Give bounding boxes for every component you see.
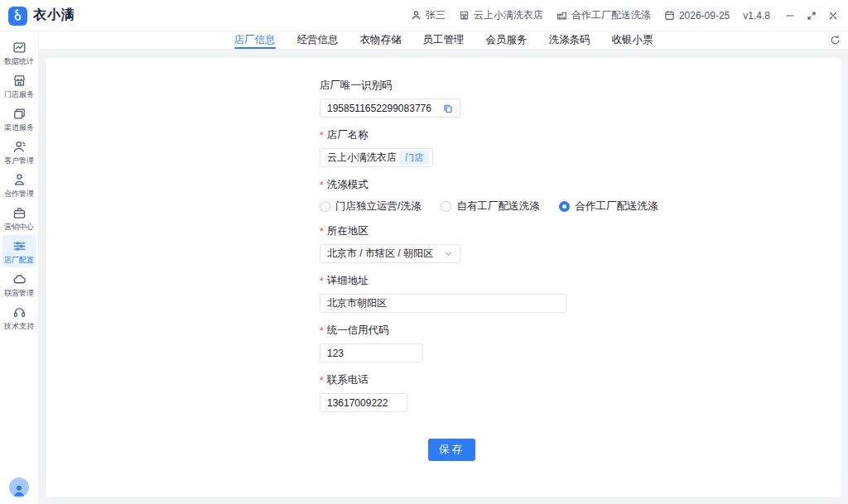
briefcase-icon	[12, 206, 26, 220]
top-bar: 衣小满 张三 云上小满洗衣店 合作工厂配送洗涤 2026-09-25 v1.4.…	[0, 0, 848, 31]
sidebar-item-joint-management[interactable]: 联营管理	[2, 268, 36, 300]
form-item-unique-id: 店厂唯一识别码 1958511652299083776	[320, 79, 841, 118]
current-user[interactable]: 张三	[411, 8, 446, 22]
headset-icon	[12, 305, 26, 319]
store-name-input[interactable]: 云上小满洗衣店 门店	[320, 148, 433, 167]
close-button[interactable]	[828, 11, 838, 21]
tab-clothes-storage[interactable]: 衣物存储	[360, 31, 402, 49]
copy-icon	[443, 103, 453, 113]
refresh-icon	[830, 35, 841, 46]
form-item-region: * 所在地区 北京市 / 市辖区 / 朝阳区	[320, 224, 841, 263]
copy-button[interactable]	[443, 103, 453, 113]
form-item-store-name: * 店厂名称 云上小满洗衣店 门店	[320, 128, 841, 167]
app-title: 衣小满	[33, 7, 75, 24]
chart-icon	[12, 41, 26, 55]
current-date[interactable]: 2026-09-25	[664, 10, 730, 22]
credit-code-input[interactable]: 123	[320, 343, 423, 362]
sidebar-item-label: 店厂配置	[4, 256, 34, 264]
radio-independent-wash[interactable]: 门店独立运营/洗涤	[320, 199, 421, 214]
sidebar-item-customer-management[interactable]: 客户管理	[2, 136, 36, 168]
sidebar-item-channel-services[interactable]: 渠道服务	[2, 103, 36, 135]
avatar-person-icon	[12, 482, 26, 497]
minimize-button[interactable]	[785, 11, 795, 21]
required-asterisk: *	[320, 180, 324, 191]
version-text: v1.4.8	[743, 10, 770, 22]
cloud-icon	[12, 272, 26, 286]
tab-receipt[interactable]: 收银小票	[612, 31, 653, 49]
sidebar-item-label: 技术支持	[4, 322, 34, 330]
unique-id-input[interactable]: 1958511652299083776	[320, 98, 460, 118]
field-label: * 联系电话	[320, 373, 841, 387]
storefront-icon	[459, 10, 470, 21]
sidebar-item-label: 营销中心	[4, 223, 34, 231]
address-value: 北京市朝阳区	[327, 296, 559, 310]
current-store[interactable]: 云上小满洗衣店	[459, 8, 543, 22]
store-info-form-card: 店厂唯一识别码 1958511652299083776 * 店厂名称	[46, 58, 841, 497]
sidebar-item-store-config[interactable]: 店厂配置	[2, 235, 36, 267]
unique-id-value: 1958511652299083776	[327, 103, 443, 114]
app-logo: 衣小满	[8, 5, 75, 26]
region-select[interactable]: 北京市 / 市辖区 / 朝阳区	[320, 244, 460, 263]
required-asterisk: *	[320, 325, 324, 337]
required-asterisk: *	[320, 130, 324, 142]
sidebar-item-label: 门店服务	[4, 90, 34, 98]
sidebar-item-tech-support[interactable]: 技术支持	[2, 301, 36, 334]
current-wash-mode[interactable]: 合作工厂配送洗涤	[556, 8, 651, 22]
tab-member-services[interactable]: 会员服务	[486, 31, 528, 49]
wash-mode-text: 合作工厂配送洗涤	[571, 8, 651, 22]
form-item-phone: * 联系电话 13617009222	[320, 373, 841, 412]
phone-value: 13617009222	[327, 397, 400, 409]
cooperation-icon	[12, 173, 26, 187]
credit-code-value: 123	[327, 348, 416, 359]
radio-circle-icon	[441, 201, 451, 212]
form-item-credit-code: * 统一信用代码 123	[320, 324, 841, 362]
refresh-button[interactable]	[830, 34, 841, 49]
tab-business-info[interactable]: 经营信息	[297, 31, 339, 49]
sidebar: 数据统计 门店服务 渠道服务 客户管理 合作管理 营销中心 店厂配置 联营管理	[0, 31, 39, 504]
close-icon	[828, 11, 838, 21]
user-icon	[411, 10, 422, 21]
date-text: 2026-09-25	[679, 10, 730, 22]
required-asterisk: *	[320, 276, 324, 287]
form-item-wash-mode: * 洗涤模式 门店独立运营/洗涤 自有工厂配送洗涤	[320, 178, 841, 214]
sliders-icon	[12, 239, 26, 253]
channel-icon	[12, 107, 26, 121]
store-name-value: 云上小满洗衣店	[327, 151, 399, 165]
maximize-button[interactable]	[807, 11, 817, 21]
sidebar-item-label: 渠道服务	[4, 123, 34, 132]
tab-bar: 店厂信息 经营信息 衣物存储 员工管理 会员服务 洗涤条码 收银小票	[39, 31, 848, 50]
sidebar-item-cooperation-management[interactable]: 合作管理	[2, 169, 36, 201]
sidebar-item-label: 客户管理	[4, 156, 34, 165]
tab-store-info[interactable]: 店厂信息	[234, 31, 276, 49]
form-item-address: * 详细地址 北京市朝阳区	[320, 274, 841, 313]
address-input[interactable]: 北京市朝阳区	[320, 294, 566, 313]
field-label: * 详细地址	[320, 274, 841, 288]
store-name: 云上小满洗衣店	[474, 8, 543, 22]
sidebar-item-store-services[interactable]: 门店服务	[2, 70, 36, 102]
user-avatar[interactable]	[9, 478, 29, 497]
tab-wash-barcode[interactable]: 洗涤条码	[549, 31, 590, 49]
tab-staff-management[interactable]: 员工管理	[423, 31, 465, 49]
factory-icon	[556, 10, 567, 21]
sidebar-item-data-stats[interactable]: 数据统计	[2, 36, 36, 69]
required-asterisk: *	[320, 226, 324, 238]
save-button[interactable]: 保存	[428, 439, 475, 461]
phone-input[interactable]: 13617009222	[320, 393, 407, 412]
sidebar-item-label: 联营管理	[4, 289, 34, 297]
sidebar-item-label: 合作管理	[4, 190, 34, 198]
radio-circle-icon	[320, 201, 330, 212]
field-label: * 店厂名称	[320, 128, 841, 142]
radio-circle-icon	[559, 201, 570, 212]
region-value: 北京市 / 市辖区 / 朝阳区	[327, 247, 444, 261]
user-name: 张三	[426, 8, 446, 22]
radio-partner-factory-wash[interactable]: 合作工厂配送洗涤	[559, 199, 658, 214]
required-asterisk: *	[320, 375, 324, 386]
field-label: * 统一信用代码	[320, 324, 841, 338]
radio-own-factory-wash[interactable]: 自有工厂配送洗涤	[441, 199, 539, 214]
field-label: * 所在地区	[320, 224, 841, 238]
minimize-icon	[785, 11, 795, 21]
wash-mode-radio-group: 门店独立运营/洗涤 自有工厂配送洗涤 合作工厂配送洗涤	[320, 198, 841, 214]
store-type-badge: 门店	[399, 151, 429, 165]
sidebar-item-marketing-center[interactable]: 营销中心	[2, 202, 36, 234]
content-area: 店厂唯一识别码 1958511652299083776 * 店厂名称	[39, 50, 848, 504]
